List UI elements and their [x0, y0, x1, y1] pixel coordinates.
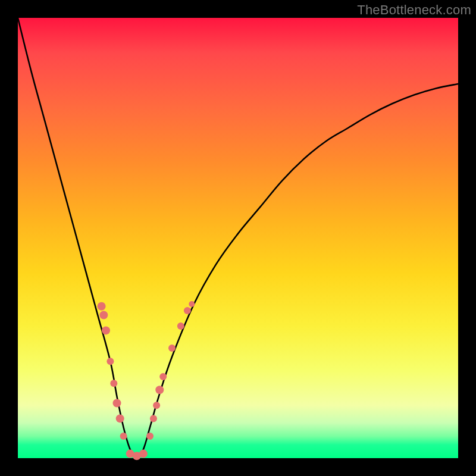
- data-marker: [177, 322, 184, 330]
- data-marker: [98, 302, 106, 311]
- data-marker: [99, 311, 108, 320]
- data-marker: [120, 433, 127, 440]
- data-marker: [146, 433, 154, 440]
- data-markers: [98, 301, 195, 460]
- data-marker: [107, 358, 114, 365]
- data-marker: [189, 301, 195, 307]
- chart-svg: [18, 18, 458, 458]
- data-marker: [116, 414, 124, 422]
- data-marker: [150, 415, 157, 422]
- bottleneck-curve: [18, 18, 458, 458]
- data-marker: [153, 402, 160, 409]
- data-marker: [110, 380, 117, 387]
- data-marker: [102, 326, 110, 334]
- data-marker: [155, 386, 164, 394]
- plot-area: [18, 18, 458, 458]
- data-marker: [113, 399, 121, 408]
- data-marker: [139, 450, 148, 458]
- data-marker: [184, 307, 191, 314]
- watermark-text: TheBottleneck.com: [357, 2, 471, 18]
- chart-frame: TheBottleneck.com: [0, 0, 476, 476]
- data-marker: [159, 373, 167, 380]
- data-marker: [168, 345, 176, 352]
